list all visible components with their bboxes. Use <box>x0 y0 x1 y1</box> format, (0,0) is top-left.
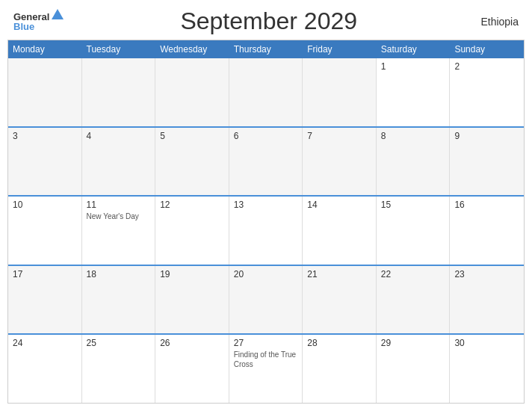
cell-date: 14 <box>307 200 371 210</box>
cell-date: 11 <box>87 200 151 210</box>
cell-date: 24 <box>13 338 77 348</box>
calendar-cell: 12 <box>155 197 229 265</box>
cell-date: 29 <box>381 338 445 348</box>
calendar-cell: 17 <box>8 266 82 334</box>
calendar-cell: 7 <box>303 128 377 196</box>
calendar-cell: 10 <box>8 197 82 265</box>
cell-date: 6 <box>234 131 298 141</box>
calendar-cell: 28 <box>303 335 377 403</box>
calendar-cell: 14 <box>303 197 377 265</box>
cell-date: 12 <box>160 200 224 210</box>
calendar-grid: 1234567891011New Year's Day1213141516171… <box>8 58 524 403</box>
calendar-cell <box>155 58 229 126</box>
calendar-cell: 11New Year's Day <box>82 197 156 265</box>
cell-date: 23 <box>454 269 519 279</box>
cell-date: 22 <box>381 269 445 279</box>
day-header-saturday: Saturday <box>377 40 451 58</box>
calendar-cell: 3 <box>8 128 82 196</box>
calendar-cell: 30 <box>450 335 524 403</box>
calendar-cell <box>8 58 82 126</box>
cell-date: 2 <box>454 61 519 72</box>
calendar-title: September 2029 <box>64 7 474 35</box>
calendar-cell: 8 <box>377 128 451 196</box>
week-row-2: 3456789 <box>8 126 524 196</box>
calendar-cell: 2 <box>450 58 524 126</box>
calendar-cell: 21 <box>303 266 377 334</box>
calendar-cell: 1 <box>377 58 451 126</box>
calendar-cell: 18 <box>82 266 156 334</box>
day-header-monday: Monday <box>8 40 82 58</box>
calendar-cell: 9 <box>450 128 524 196</box>
week-row-1: 12 <box>8 58 524 126</box>
country-label: Ethiopia <box>474 16 519 28</box>
cell-date: 30 <box>454 338 519 348</box>
calendar-cell: 27Finding of the True Cross <box>229 335 303 403</box>
cell-date: 16 <box>454 200 519 210</box>
cell-event: Finding of the True Cross <box>234 350 298 369</box>
logo-general: General <box>13 12 49 22</box>
day-header-sunday: Sunday <box>450 40 524 58</box>
day-header-tuesday: Tuesday <box>82 40 156 58</box>
logo: General Blue <box>13 12 64 31</box>
calendar-cell <box>82 58 156 126</box>
calendar-cell: 22 <box>377 266 451 334</box>
calendar-cell: 15 <box>377 197 451 265</box>
calendar-cell: 23 <box>450 266 524 334</box>
cell-date: 7 <box>307 131 371 141</box>
logo-triangle-icon <box>52 9 64 19</box>
calendar-cell: 16 <box>450 197 524 265</box>
cell-date: 13 <box>234 200 298 210</box>
week-row-3: 1011New Year's Day1213141516 <box>8 195 524 265</box>
days-header: MondayTuesdayWednesdayThursdayFridaySatu… <box>8 40 524 58</box>
logo-blue: Blue <box>13 22 34 31</box>
calendar-cell: 29 <box>377 335 451 403</box>
week-row-4: 17181920212223 <box>8 265 524 334</box>
calendar: MondayTuesdayWednesdayThursdayFridaySatu… <box>7 40 525 404</box>
cell-date: 9 <box>454 131 519 141</box>
cell-date: 1 <box>381 61 445 72</box>
calendar-cell <box>229 58 303 126</box>
cell-date: 3 <box>13 131 77 141</box>
cell-date: 5 <box>160 131 224 141</box>
calendar-cell: 25 <box>82 335 156 403</box>
cell-date: 17 <box>13 269 77 279</box>
cell-date: 8 <box>381 131 445 141</box>
calendar-cell: 5 <box>155 128 229 196</box>
cell-date: 15 <box>381 200 445 210</box>
cell-date: 26 <box>160 338 224 348</box>
cell-date: 21 <box>307 269 371 279</box>
cell-date: 4 <box>87 131 151 141</box>
cell-date: 20 <box>234 269 298 279</box>
cell-date: 27 <box>234 338 298 348</box>
cell-event: New Year's Day <box>87 211 151 221</box>
day-header-friday: Friday <box>303 40 377 58</box>
calendar-cell: 6 <box>229 128 303 196</box>
cell-date: 28 <box>307 338 371 348</box>
calendar-cell: 26 <box>155 335 229 403</box>
day-header-wednesday: Wednesday <box>155 40 229 58</box>
cell-date: 10 <box>13 200 77 210</box>
week-row-5: 24252627Finding of the True Cross282930 <box>8 333 524 403</box>
cell-date: 18 <box>87 269 151 279</box>
calendar-cell: 4 <box>82 128 156 196</box>
calendar-cell: 20 <box>229 266 303 334</box>
calendar-cell <box>303 58 377 126</box>
calendar-cell: 24 <box>8 335 82 403</box>
day-header-thursday: Thursday <box>229 40 303 58</box>
page-header: General Blue September 2029 Ethiopia <box>0 0 532 40</box>
calendar-cell: 19 <box>155 266 229 334</box>
cell-date: 25 <box>87 338 151 348</box>
calendar-cell: 13 <box>229 197 303 265</box>
cell-date: 19 <box>160 269 224 279</box>
